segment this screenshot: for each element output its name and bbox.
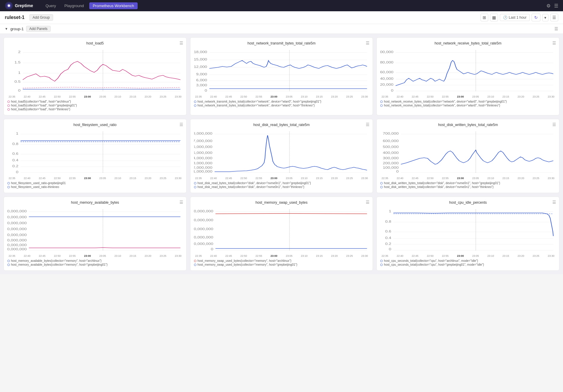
svg-text:0: 0 <box>18 89 20 92</box>
logo: Greptime <box>5 1 33 10</box>
chart-area-network-receive: 100,000 80,000 60,000 40,000 20,000 0 <box>380 47 556 95</box>
svg-text:2,000,000: 2,000,000 <box>194 166 212 169</box>
svg-text:0.2: 0.2 <box>12 165 18 168</box>
x-axis-network-receive: 22:3522:4022:4522:5022:55 23:0023:0523:1… <box>380 95 556 98</box>
svg-text:2: 2 <box>18 50 20 54</box>
svg-text:9,000: 9,000 <box>196 73 207 76</box>
chart-menu-icon-1[interactable]: ☰ <box>366 41 370 45</box>
svg-text:20,000: 20,000 <box>380 83 393 86</box>
more-options-button[interactable]: ☰ <box>550 14 558 21</box>
group-toggle[interactable]: ▼ <box>5 27 8 31</box>
svg-text:0.4: 0.4 <box>385 236 392 240</box>
x-axis-filesystem: 22:3522:4022:4522:5022:55 23:0023:0523:1… <box>7 177 183 180</box>
chart-title-disk-read: host_disk_read_bytes_total_rate5m <box>194 123 369 127</box>
svg-text:40,000: 40,000 <box>380 77 393 80</box>
svg-text:200,000: 200,000 <box>383 162 399 165</box>
svg-text:0.4: 0.4 <box>12 159 18 162</box>
menu-icon[interactable]: ☰ <box>554 3 558 9</box>
chart-menu-icon-2[interactable]: ☰ <box>552 41 556 45</box>
chart-memory-available: host_memory_available_bytes ☰ 8,000,000,… <box>4 197 187 271</box>
chart-area-disk-written: 700,000 600,000 500,000 400,000 300,000 … <box>380 129 556 176</box>
svg-text:500,000: 500,000 <box>383 145 399 149</box>
svg-text:7,000,000,000: 7,000,000,000 <box>7 216 27 219</box>
chart-menu-icon-6[interactable]: ☰ <box>179 200 183 205</box>
chart-area-cpu-idle: 1 0.8 0.6 0.4 0.2 0 <box>380 206 556 254</box>
legend-memory-available: host_memory_available_bytes{collector="m… <box>7 259 183 266</box>
svg-text:3,000,000,000: 3,000,000,000 <box>194 227 213 231</box>
svg-text:0.5: 0.5 <box>15 80 21 83</box>
svg-text:4,000,000,000: 4,000,000,000 <box>194 219 213 222</box>
chart-menu-icon-8[interactable]: ☰ <box>552 200 556 205</box>
layout-icon-button[interactable]: ⊞ <box>481 14 488 21</box>
svg-text:600,000: 600,000 <box>383 139 399 143</box>
settings-icon[interactable]: ⚙ <box>546 3 551 9</box>
chart-menu-icon-7[interactable]: ☰ <box>366 200 370 205</box>
svg-text:4,000,000,000: 4,000,000,000 <box>7 233 27 237</box>
svg-text:1.5: 1.5 <box>15 61 21 64</box>
time-range-button[interactable]: 🕐 Last 1 hour <box>500 14 530 21</box>
add-group-button[interactable]: Add Group <box>29 14 53 21</box>
chart-menu-icon-0[interactable]: ☰ <box>179 41 183 45</box>
svg-text:0: 0 <box>391 89 393 92</box>
svg-text:300,000: 300,000 <box>383 157 399 160</box>
chart-menu-icon-3[interactable]: ☰ <box>179 122 183 127</box>
svg-text:15,000: 15,000 <box>194 58 207 61</box>
legend-filesystem: host_filesystem_used_ratio-grepbeijing01… <box>7 181 183 189</box>
chart-filesystem-ratio: host_filesystem_used_ratio ☰ 1 0.8 0.6 0… <box>4 119 187 193</box>
legend-host-load5: host_load5{collector="load", host="archl… <box>7 100 183 111</box>
svg-text:5,000,000,000: 5,000,000,000 <box>7 227 27 231</box>
chart-cpu-idle: host_cpu_idle_percents ☰ 1 0.8 0.6 0.4 0… <box>376 197 559 271</box>
svg-text:8,000,000: 8,000,000 <box>194 132 212 135</box>
legend-memory-swap: host_memory_swap_used_bytes{collector="m… <box>194 259 369 266</box>
x-axis-cpu-idle: 22:3522:4022:4522:5022:55 23:0023:0523:1… <box>380 254 556 257</box>
grid-view-button[interactable]: ▦ <box>490 14 498 21</box>
chart-title-disk-written: host_disk_written_bytes_total_rate5m <box>380 123 556 127</box>
nav-prometheus-workbench[interactable]: Prometheus Workbench <box>89 2 138 9</box>
svg-text:0.8: 0.8 <box>12 142 18 146</box>
svg-text:8,000,000,000: 8,000,000,000 <box>7 210 27 213</box>
nav-playground[interactable]: Playground <box>61 2 87 9</box>
chart-title-cpu-idle: host_cpu_idle_percents <box>380 200 556 205</box>
svg-text:0: 0 <box>16 170 18 174</box>
chart-title-filesystem: host_filesystem_used_ratio <box>7 123 183 127</box>
logo-icon <box>5 1 13 10</box>
legend-disk-read: host_disk_read_bytes_total{collector="di… <box>194 181 369 189</box>
main-toolbar: ruleset-1 Add Group ⊞ ▦ 🕐 Last 1 hour ↻ … <box>0 11 563 24</box>
svg-text:1: 1 <box>389 210 391 213</box>
chart-title-memory-swap: host_memory_swap_used_bytes <box>194 200 369 205</box>
x-axis-memory-available: 22:3522:4022:4522:5022:55 23:0023:0523:1… <box>7 254 183 257</box>
refresh-button[interactable]: ↻ <box>532 14 540 21</box>
time-range-dropdown[interactable]: ▾ <box>542 14 548 21</box>
group-right: ☰ <box>554 26 558 31</box>
chart-disk-read: host_disk_read_bytes_total_rate5m ☰ 8,00… <box>190 119 373 193</box>
chart-host-load5: host_load5 ☰ 2 1.5 1 0.5 0 <box>4 37 187 115</box>
chart-area-memory-available: 8,000,000,000 7,000,000,000 6,000,000,00… <box>7 206 183 254</box>
group-menu-icon[interactable]: ☰ <box>554 26 558 31</box>
charts-grid: host_load5 ☰ 2 1.5 1 0.5 0 <box>0 34 563 274</box>
x-axis-memory-swap: 22:3522:4022:4522:5022:55 23:0023:0523:1… <box>194 254 369 257</box>
svg-text:5,000,000,000: 5,000,000,000 <box>194 210 213 213</box>
svg-text:700,000: 700,000 <box>383 132 399 135</box>
clock-icon: 🕐 <box>503 15 508 20</box>
chart-memory-swap: host_memory_swap_used_bytes ☰ 5,000,000,… <box>190 197 373 271</box>
chart-network-transmit: host_network_transmit_bytes_total_rate5m… <box>190 37 373 115</box>
chart-area-disk-read: 8,000,000 7,000,000 6,000,000 5,000,000 … <box>194 129 369 176</box>
svg-text:1,000,000,000: 1,000,000,000 <box>7 248 27 251</box>
chart-network-receive: host_network_receive_bytes_total_rate5m … <box>376 37 559 115</box>
ruleset-name: ruleset-1 <box>5 15 25 20</box>
logo-text: Greptime <box>15 3 33 8</box>
chart-menu-icon-5[interactable]: ☰ <box>552 122 556 127</box>
nav-query[interactable]: Query <box>42 2 59 9</box>
svg-text:12,000: 12,000 <box>194 65 207 68</box>
x-axis-network-transmit: 22:3522:4022:4522:5022:55 23:0023:0523:1… <box>194 95 369 98</box>
chart-area-host-load5: 2 1.5 1 0.5 0 <box>7 47 183 95</box>
svg-text:100,000: 100,000 <box>383 166 399 169</box>
add-panels-button[interactable]: Add Panels <box>26 26 51 32</box>
chart-menu-icon-4[interactable]: ☰ <box>366 122 370 127</box>
svg-text:6,000,000: 6,000,000 <box>194 145 212 149</box>
svg-text:100,000: 100,000 <box>380 50 393 54</box>
time-range-label: Last 1 hour <box>509 15 527 20</box>
legend-network-transmit: host_network_transmit_bytes_total{collec… <box>194 100 369 107</box>
svg-text:0: 0 <box>389 248 391 251</box>
nav-right-actions: ⚙ ☰ <box>546 3 558 9</box>
